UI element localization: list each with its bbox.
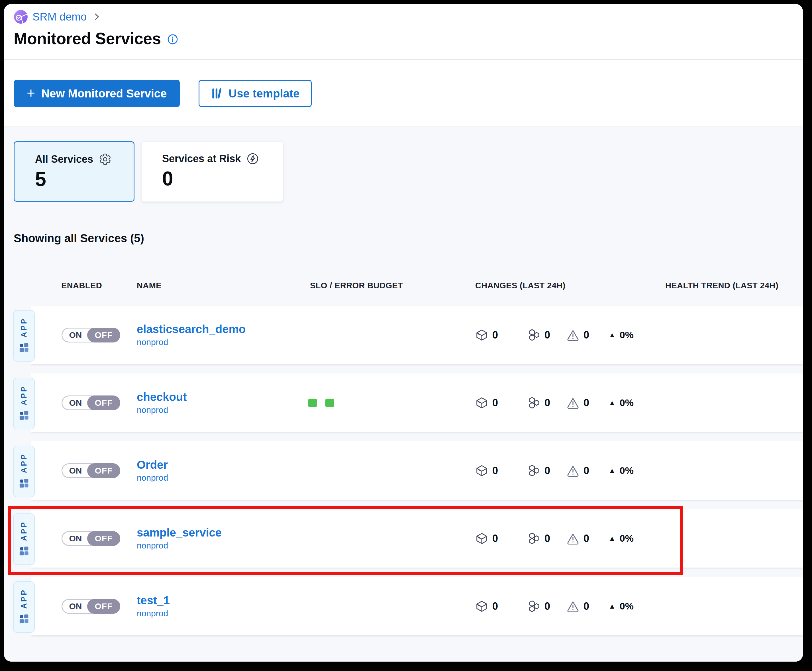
trend-percent: 0%	[620, 329, 634, 341]
srm-app-avatar	[14, 10, 28, 24]
enabled-toggle[interactable]: ON OFF	[61, 531, 120, 546]
all-services-label: All Services	[35, 153, 93, 165]
changes-cell: 0 0 0	[467, 329, 650, 342]
app-badge-label: APP	[20, 317, 29, 338]
warning-triangle-icon	[567, 396, 579, 409]
breadcrumb-link[interactable]: SRM demo	[32, 11, 87, 23]
service-rows: APP ON OFF elasticsearch_demo nonprod	[13, 306, 803, 635]
app-badge[interactable]: APP	[13, 310, 35, 361]
changes-cell: 0 0 0	[467, 464, 650, 477]
col-enabled: ENABLED	[34, 281, 137, 290]
services-at-risk-card[interactable]: Services at Risk 0	[141, 141, 283, 202]
page-title: Monitored Services	[14, 29, 161, 48]
service-env-link[interactable]: nonprod	[137, 609, 308, 618]
trend-percent: 0%	[620, 465, 634, 476]
col-slo-error-budget: SLO / ERROR BUDGET	[308, 281, 467, 290]
enabled-toggle[interactable]: ON OFF	[61, 463, 120, 478]
service-row-card: ON OFF elasticsearch_demo nonprod 0	[31, 306, 803, 364]
service-name-link[interactable]: elasticsearch_demo	[137, 323, 308, 336]
slo-status-square	[325, 399, 334, 407]
service-row-card: ON OFF sample_service nonprod 0	[31, 509, 803, 567]
resources-count: 0	[545, 533, 550, 545]
apps-grid-icon	[17, 545, 31, 558]
table-header: ENABLED NAME SLO / ERROR BUDGET CHANGES …	[13, 281, 803, 290]
app-badge[interactable]: APP	[13, 581, 35, 633]
new-monitored-service-label: New Monitored Service	[41, 87, 167, 100]
enabled-toggle[interactable]: ON OFF	[61, 328, 120, 342]
trend-up-triangle-icon: ▲	[609, 399, 616, 406]
service-name-link[interactable]: sample_service	[137, 526, 308, 539]
warning-triangle-icon	[567, 329, 579, 342]
toggle-on-label: ON	[62, 330, 89, 340]
warning-triangle-icon	[567, 600, 579, 613]
service-env-link[interactable]: nonprod	[137, 541, 308, 550]
monitored-services-page: SRM demo Monitored Services + New Monito…	[4, 4, 803, 662]
service-row: APP ON OFF test_1 nonprod	[13, 577, 803, 635]
enabled-toggle[interactable]: ON OFF	[61, 395, 120, 410]
list-heading: Showing all Services (5)	[14, 232, 793, 245]
hexagon-cluster-icon	[528, 532, 540, 545]
package-cube-icon	[475, 329, 489, 342]
service-row: APP ON OFF checkout nonprod	[13, 373, 803, 432]
all-services-card[interactable]: All Services 5	[14, 141, 134, 202]
trend-percent: 0%	[620, 397, 634, 408]
changes-cell: 0 0 0	[467, 532, 650, 545]
app-badge[interactable]: APP	[13, 378, 35, 429]
bolt-circle-icon	[247, 152, 259, 165]
service-row-card: ON OFF checkout nonprod 0	[31, 373, 803, 432]
resources-count: 0	[545, 600, 550, 612]
apps-grid-icon	[17, 409, 31, 422]
use-template-button[interactable]: Use template	[199, 80, 312, 107]
info-icon[interactable]	[167, 34, 178, 45]
package-cube-icon	[475, 600, 489, 613]
hexagon-cluster-icon	[528, 600, 540, 613]
col-health-trend: HEALTH TREND (LAST 24H)	[650, 281, 803, 290]
trend-up-triangle-icon: ▲	[609, 331, 616, 339]
service-name-link[interactable]: Order	[137, 458, 308, 471]
service-env-link[interactable]: nonprod	[137, 337, 308, 347]
trend-up-triangle-icon: ▲	[609, 535, 616, 542]
toggle-on-label: ON	[62, 601, 89, 611]
alerts-count: 0	[584, 397, 589, 409]
toggle-on-label: ON	[62, 398, 89, 408]
new-monitored-service-button[interactable]: + New Monitored Service	[14, 80, 180, 107]
service-name-link[interactable]: test_1	[137, 594, 308, 607]
service-row-card: ON OFF Order nonprod 0	[31, 441, 803, 500]
app-badge-label: APP	[20, 453, 29, 473]
deployments-count: 0	[492, 465, 498, 477]
plus-icon: +	[27, 86, 35, 100]
app-badge-label: APP	[20, 385, 29, 405]
resources-count: 0	[545, 397, 550, 409]
package-cube-icon	[475, 396, 489, 409]
app-badge[interactable]: APP	[13, 513, 35, 565]
changes-cell: 0 0 0	[467, 396, 650, 409]
service-env-link[interactable]: nonprod	[137, 405, 308, 415]
enabled-toggle[interactable]: ON OFF	[61, 599, 120, 614]
all-services-count: 5	[35, 168, 126, 191]
breadcrumb: SRM demo	[14, 9, 793, 25]
toggle-off-label: OFF	[87, 395, 120, 410]
package-cube-icon	[475, 532, 489, 545]
resources-count: 0	[545, 329, 550, 341]
slo-cell	[308, 399, 467, 407]
service-row: APP ON OFF elasticsearch_demo nonprod	[13, 306, 803, 364]
app-badge-label: APP	[20, 589, 29, 609]
service-env-link[interactable]: nonprod	[137, 473, 308, 483]
services-body: All Services 5 Services at Risk 0	[4, 127, 803, 662]
actions-bar: + New Monitored Service Use template	[4, 60, 803, 127]
service-name-link[interactable]: checkout	[137, 391, 308, 404]
alerts-count: 0	[584, 329, 589, 341]
gear-icon	[99, 153, 111, 165]
services-at-risk-count: 0	[162, 167, 275, 190]
service-row: APP ON OFF sample_service nonprod	[13, 509, 803, 567]
toggle-off-label: OFF	[87, 599, 120, 614]
trend-up-triangle-icon: ▲	[609, 603, 616, 610]
app-badge[interactable]: APP	[13, 446, 35, 497]
trend-percent: 0%	[620, 533, 634, 544]
template-library-icon	[211, 87, 223, 99]
deployments-count: 0	[492, 533, 498, 545]
toggle-off-label: OFF	[87, 463, 120, 478]
toggle-off-label: OFF	[87, 531, 120, 546]
warning-triangle-icon	[567, 464, 579, 477]
toggle-on-label: ON	[62, 466, 89, 475]
